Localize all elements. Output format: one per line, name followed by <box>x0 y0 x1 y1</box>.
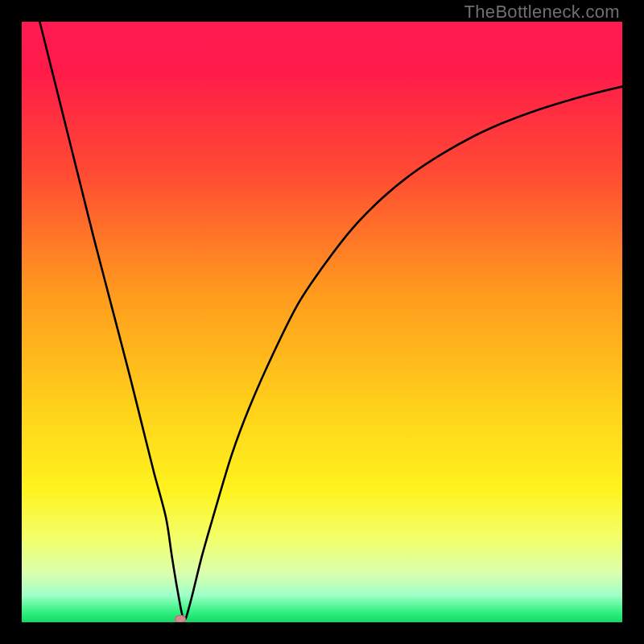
watermark-text: TheBottleneck.com <box>464 2 620 23</box>
minimum-marker <box>175 615 186 622</box>
bottleneck-curve <box>22 22 622 622</box>
plot-area <box>22 22 622 622</box>
